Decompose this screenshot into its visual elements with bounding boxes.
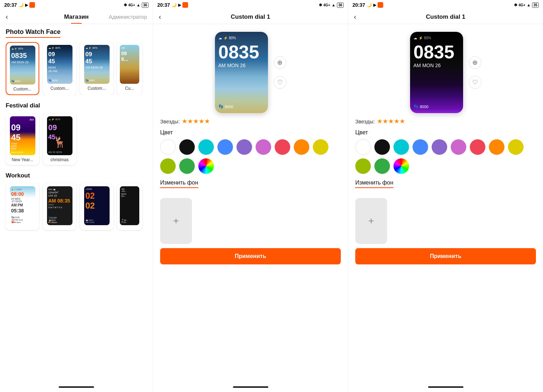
wf-large-top-2: ☁⚡80% xyxy=(414,36,460,40)
play-icon-2: ▶ xyxy=(178,3,181,7)
workout-title: Workout xyxy=(6,172,147,179)
color-yellow-green-1[interactable] xyxy=(160,158,176,174)
watch-card-3[interactable]: ☁ ⚡ 80% 0945 AM MON 26 👣 8000 Custom... xyxy=(80,42,113,95)
color-section-2: Цвет xyxy=(355,129,536,174)
wf-large-time-1: 0835 xyxy=(218,43,264,61)
watch-face-img-2: ☁ ⚡ 80% 0945 MON26 AM 👣 8000 xyxy=(47,45,72,84)
color-yellow-green-2[interactable] xyxy=(355,158,371,174)
bg-add-container-1: + xyxy=(160,194,341,244)
wf-large-top-1: ☁⚡80% xyxy=(218,36,264,40)
change-bg-section-1: Изменить фон + xyxy=(160,180,341,244)
color-rainbow-1[interactable] xyxy=(198,158,214,174)
color-orange-1[interactable] xyxy=(294,139,309,155)
color-cyan-2[interactable] xyxy=(393,139,409,155)
color-red-1[interactable] xyxy=(275,139,290,155)
wf-overlay-3: ☁ ⚡ 80% 0945 AM MON 26 👣 8000 xyxy=(84,45,110,84)
stars-row-1: Звезды: ★★★★★ xyxy=(160,117,341,125)
status-time-2: 20:37 xyxy=(157,2,170,8)
detail-panel-1: 20:37 🌙 ▶ ✱ 4G+ ▲ 36 ‹ Custom dial 1 ☁⚡8… xyxy=(153,0,348,392)
workout-face-2: 46% ⛅ 12m/24°UVI 10 AM 08:35 02/23 S M T… xyxy=(47,186,72,225)
color-yellow-1[interactable] xyxy=(313,139,328,155)
watch-card-2[interactable]: ☁ ⚡ 80% 0945 MON26 AM 👣 8000 Custom... xyxy=(43,42,76,95)
detail-content-2: ☁⚡80% 0835 AM MON 26 👣8000 ⊕ ♡ Звез xyxy=(348,24,543,269)
workout-card-1[interactable]: ☁ 🔋100% 08:00 25 WED-27 02/29 AM PM 05:3… xyxy=(6,183,39,230)
color-orange-2[interactable] xyxy=(489,139,504,155)
nav-bar-shop: ‹ Магазин Администратор xyxy=(0,10,153,24)
nav-bar-detail-1: ‹ Custom dial 1 xyxy=(153,10,348,24)
watch-preview-1: ☁⚡80% 0835 AM MON 26 👣8000 ⊕ ♡ xyxy=(160,32,341,113)
photo-watch-grid: ☁ ⚡ 80% 0835 AM MON 26 👣 8000 Custom... xyxy=(6,42,147,95)
status-time-1: 20:37 xyxy=(4,2,17,8)
nav-secondary-shop[interactable]: Администратор xyxy=(109,14,147,20)
favorite-button-2[interactable]: ♡ xyxy=(469,76,481,89)
festival-section: Festival dial AM 0945 POWMON80% 8000 STE… xyxy=(6,102,147,165)
color-purple-1[interactable] xyxy=(256,139,271,155)
watch-face-img-4: AM 098... xyxy=(120,45,139,84)
color-blue-2[interactable] xyxy=(413,139,428,155)
back-button-detail-2[interactable]: ‹ xyxy=(354,13,356,21)
play-icon-3: ▶ xyxy=(373,3,376,7)
color-red-2[interactable] xyxy=(470,139,485,155)
tab-underline-shop xyxy=(71,23,82,24)
zoom-in-button-2[interactable]: ⊕ xyxy=(469,56,481,69)
festival-face-1: AM 0945 POWMON80% 8000 STEPS xyxy=(10,116,35,155)
color-cyan-1[interactable] xyxy=(198,139,214,155)
wf-overlay-1: ☁ ⚡ 80% 0835 AM MON 26 👣 8000 xyxy=(10,46,35,84)
watch-card-4[interactable]: AM 098... Cu... xyxy=(117,42,142,95)
festival-face-2: ☁ ⚡ 80% 0945 AM 26 MON 🦌 xyxy=(47,116,72,155)
back-button-detail-1[interactable]: ‹ xyxy=(159,13,161,21)
workout-overlay-4: AM-25/... MON02/... 📍23...⏱19... xyxy=(120,186,139,225)
stars-row-2: Звезды: ★★★★★ xyxy=(355,117,536,125)
color-purple-2[interactable] xyxy=(451,139,466,155)
workout-overlay-2: 46% ⛅ 12m/24°UVI 10 AM 08:35 02/23 S M T… xyxy=(47,186,72,225)
color-purple-light-2[interactable] xyxy=(432,139,447,155)
color-white-1[interactable] xyxy=(160,139,176,155)
workout-face-1: ☁ 🔋100% 08:00 25 WED-27 02/29 AM PM 05:3… xyxy=(10,186,35,225)
wf-large-steps-2: 👣8000 xyxy=(414,104,460,109)
wf-large-steps-1: 👣8000 xyxy=(218,104,264,109)
moon-icon-3: 🌙 xyxy=(367,2,372,7)
festival-card-2[interactable]: ☁ ⚡ 80% 0945 AM 26 MON 🦌 christmas xyxy=(43,113,76,165)
festival-label-2: christmas xyxy=(51,157,69,162)
workout-card-2[interactable]: 46% ⛅ 12m/24°UVI 10 AM 08:35 02/23 S M T… xyxy=(43,183,76,230)
color-yellow-2[interactable] xyxy=(508,139,524,155)
status-bar-1: 20:37 🌙 ▶ ✱ 4G+ ▲ 36 xyxy=(0,0,153,10)
color-black-1[interactable] xyxy=(179,139,195,155)
color-black-2[interactable] xyxy=(374,139,390,155)
color-purple-light-1[interactable] xyxy=(237,139,252,155)
status-bar-2: 20:37 🌙 ▶ ✱ 4G+ ▲ 36 xyxy=(153,0,348,10)
workout-card-4[interactable]: AM-25/... MON02/... 📍23...⏱19... xyxy=(117,183,142,230)
bottom-bar-2 xyxy=(153,382,348,392)
bg-add-button-1[interactable]: + xyxy=(160,198,192,244)
zoom-in-button-1[interactable]: ⊕ xyxy=(274,56,286,69)
workout-card-3[interactable]: +100% 02 02 ⛅ WEDAM 03/09 xyxy=(80,183,113,230)
watch-card-1[interactable]: ☁ ⚡ 80% 0835 AM MON 26 👣 8000 Custom... xyxy=(6,42,39,95)
app-icon-2 xyxy=(182,2,188,8)
color-blue-1[interactable] xyxy=(217,139,233,155)
wf-overlay-2: ☁ ⚡ 80% 0945 MON26 AM 👣 8000 xyxy=(47,45,72,84)
stars-label-2: Звезды: xyxy=(355,118,375,124)
back-button-shop[interactable]: ‹ xyxy=(6,13,8,21)
workout-face-4: AM-25/... MON02/... 📍23...⏱19... xyxy=(120,186,139,225)
color-white-2[interactable] xyxy=(355,139,371,155)
watch-card-label-3: Custom... xyxy=(88,86,106,91)
change-bg-section-2: Изменить фон + xyxy=(355,180,536,244)
bg-add-container-2: + xyxy=(355,194,536,244)
color-label-1: Цвет xyxy=(160,129,341,136)
status-time-3: 20:37 xyxy=(352,2,365,8)
color-grid-1 xyxy=(160,139,341,174)
apply-button-1[interactable]: Применить xyxy=(160,248,341,264)
color-green-1[interactable] xyxy=(179,158,195,174)
color-rainbow-2[interactable] xyxy=(393,158,409,174)
favorite-button-1[interactable]: ♡ xyxy=(274,76,286,89)
apply-button-2[interactable]: Применить xyxy=(355,248,536,264)
shop-panel: 20:37 🌙 ▶ ✱ 4G+ ▲ 36 ‹ Магазин Администр… xyxy=(0,0,153,392)
app-icon-1 xyxy=(29,2,35,8)
color-section-1: Цвет xyxy=(160,129,341,174)
nav-title-detail-2: Custom dial 1 xyxy=(426,13,465,21)
festival-card-1[interactable]: AM 0945 POWMON80% 8000 STEPS New Year... xyxy=(6,113,39,165)
shop-content: Photo Watch Face ☁ ⚡ 80% 0835 AM MON 26 xyxy=(0,24,153,234)
bg-add-button-2[interactable]: + xyxy=(355,198,387,244)
watch-preview-2: ☁⚡80% 0835 AM MON 26 👣8000 ⊕ ♡ xyxy=(355,32,536,113)
color-green-2[interactable] xyxy=(374,158,390,174)
